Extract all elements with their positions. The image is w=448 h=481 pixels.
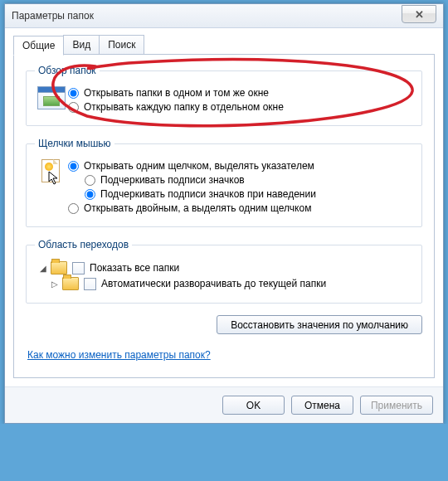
dialog-footer: OK Отмена Применить — [5, 386, 443, 423]
window-title: Параметры папок — [12, 10, 94, 22]
cursor-icon — [48, 171, 60, 186]
tab-search[interactable]: Поиск — [99, 35, 144, 55]
group-click-items: Щелчки мышью Открывать одним щелчком, вы… — [26, 138, 422, 227]
label-double-click[interactable]: Открывать двойным, а выделять одним щелч… — [84, 202, 311, 214]
cancel-button[interactable]: Отмена — [291, 396, 353, 415]
radio-own-window[interactable] — [68, 102, 79, 113]
tab-general[interactable]: Общие — [13, 36, 64, 56]
tree-toggle-expand[interactable]: ▷ — [50, 279, 59, 289]
group-browse-legend: Обзор папок — [35, 65, 100, 76]
label-own-window[interactable]: Открывать каждую папку в отдельном окне — [84, 101, 284, 113]
tree-toggle-collapse[interactable]: ◢ — [38, 264, 47, 273]
tab-strip: Общие Вид Поиск — [13, 35, 435, 55]
group-nav-legend: Область переходов — [35, 239, 132, 250]
radio-underline-hover[interactable] — [85, 189, 95, 200]
group-browse-folders: Обзор папок Открывать папки в одном и то… — [26, 65, 422, 126]
checkbox-auto-expand[interactable] — [84, 278, 96, 290]
apply-button[interactable]: Применить — [360, 396, 433, 415]
group-nav-pane: Область переходов ◢ Показать все папки ▷… — [26, 239, 422, 304]
label-show-all[interactable]: Показать все папки — [90, 262, 179, 274]
ok-button[interactable]: OK — [222, 396, 285, 415]
label-underline-hover[interactable]: Подчеркивать подписи значков при наведен… — [100, 188, 316, 200]
radio-single-click[interactable] — [68, 161, 79, 172]
close-button[interactable]: ✕ — [402, 5, 436, 23]
click-items-icon — [40, 159, 63, 187]
radio-underline-always[interactable] — [85, 175, 95, 186]
folder-icon — [62, 277, 79, 290]
radio-double-click[interactable] — [68, 203, 79, 214]
label-same-window[interactable]: Открывать папки в одном и том же окне — [84, 87, 269, 99]
label-auto-expand[interactable]: Автоматически разворачивать до текущей п… — [101, 278, 326, 289]
restore-defaults-button[interactable]: Восстановить значения по умолчанию — [217, 315, 422, 334]
label-underline-always[interactable]: Подчеркивать подписи значков — [100, 174, 245, 186]
browse-folders-icon — [37, 86, 66, 109]
folder-options-window: Параметры папок ✕ Общие Вид Поиск Обзор … — [4, 3, 444, 424]
tab-panel-general: Обзор папок Открывать папки в одном и то… — [13, 54, 435, 378]
label-single-click[interactable]: Открывать одним щелчком, выделять указат… — [84, 160, 314, 172]
tab-view[interactable]: Вид — [63, 35, 100, 55]
titlebar: Параметры папок ✕ — [5, 4, 443, 28]
close-icon: ✕ — [415, 8, 424, 21]
help-link[interactable]: Как можно изменить параметры папок? — [27, 349, 211, 361]
checkbox-show-all[interactable] — [72, 262, 85, 275]
folder-icon — [51, 261, 67, 275]
client-area: Общие Вид Поиск Обзор папок — [5, 28, 443, 386]
group-click-legend: Щелчки мышью — [35, 138, 114, 149]
radio-same-window[interactable] — [68, 88, 79, 99]
